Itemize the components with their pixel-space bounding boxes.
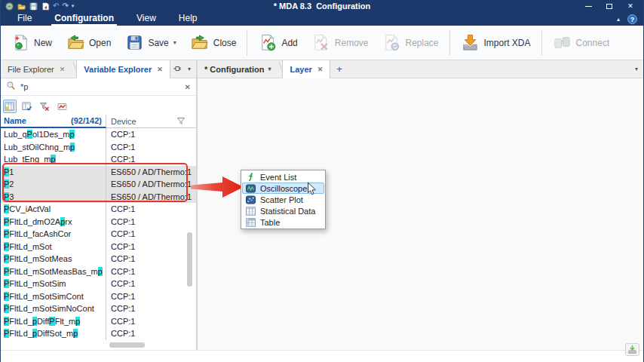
table-row[interactable]: PFltLd_pDiffPFlt_mpCCP:1 (1, 315, 196, 328)
tab-layer[interactable]: Layer ✕ (282, 60, 330, 78)
menu-item-label: Table (260, 218, 280, 227)
undo-icon[interactable]: ↶ (53, 2, 59, 10)
replace-instrument-icon (382, 33, 401, 53)
grid-highlight-icon[interactable] (3, 100, 17, 113)
match-highlight: P (4, 267, 9, 276)
open-folder-icon[interactable] (17, 2, 26, 11)
import-notification-icon[interactable] (625, 343, 639, 359)
device-cell: CCP:1 (106, 128, 196, 141)
close-config-icon (190, 33, 210, 53)
variable-name-cell: PFltLd_mSot (1, 241, 106, 253)
right-tab-bar: * Configuration ▾ Layer ✕ + ▾ (198, 60, 643, 78)
menu-configuration[interactable]: Configuration (51, 13, 117, 26)
maximize-button[interactable] (605, 2, 614, 11)
pin-icon[interactable] (173, 65, 182, 74)
variable-name-cell: PFltLd_mSotSimNoCont (1, 302, 106, 315)
remove-instrument-icon (311, 33, 331, 53)
close-button[interactable]: ✕ (626, 2, 635, 11)
table-row[interactable]: P1ES650 / AD/Thermo:1 (1, 166, 196, 179)
column-header-name[interactable]: Name (92/142) (1, 115, 106, 128)
customize-caret-icon[interactable]: ▾ (72, 3, 75, 9)
table-row[interactable]: PFltLd_dmO2AprxCCP:1 (1, 216, 196, 229)
table-row[interactable]: Lub_stOilChng_mpCCP:1 (1, 141, 196, 154)
filter-funnel-icon[interactable] (176, 117, 186, 125)
device-cell: CCP:1 (106, 153, 196, 166)
collapse-ribbon-icon[interactable]: ▴ (617, 17, 620, 23)
menu-item-event-list[interactable]: Event List (242, 171, 324, 183)
export-doc-icon[interactable] (41, 2, 50, 11)
variable-count: (92/142) (71, 116, 106, 125)
table-row[interactable]: PFltLd_mSotMeasBas_mpCCP:1 (1, 265, 196, 278)
table-row[interactable]: P2ES650 / AD/Thermo:1 (1, 178, 196, 191)
table-row[interactable]: PFltLd_mSotMeasCCP:1 (1, 253, 196, 265)
close-icon[interactable]: ✕ (157, 66, 163, 73)
variable-name-cell: Lub_stOilChng_mp (1, 141, 106, 154)
toolbar-button-new[interactable]: New (4, 30, 59, 56)
search-input[interactable]: *p (20, 82, 180, 91)
table-row[interactable]: PFltLd_facAshCorCCP:1 (1, 228, 196, 241)
title-bar: ↶ ↷ ▾ * MDA 8.3 Configuration ✕ (1, 0, 643, 12)
device-cell: CCP:1 (106, 253, 196, 265)
device-cell: CCP:1 (106, 315, 196, 328)
menu-item-statistical-data[interactable]: Statistical Data (242, 205, 324, 216)
table-row[interactable]: PCV_iActValCCP:1 (1, 203, 196, 216)
mini-chart-icon[interactable] (55, 100, 69, 113)
save-icon[interactable] (29, 2, 38, 11)
help-icon[interactable]: ? (627, 14, 637, 24)
window-title: * MDA 8.3 Configuration (1, 2, 643, 11)
chevron-down-icon[interactable]: ▾ (268, 66, 271, 72)
tab-variable-explorer[interactable]: Variable Explorer ✕ (76, 60, 170, 78)
table-row[interactable]: PFltLd_mSotSimCCP:1 (1, 278, 196, 290)
toolbar-button-open[interactable]: Open (59, 30, 118, 56)
match-highlight: P (4, 229, 9, 238)
variable-list-toolbar (1, 98, 196, 115)
menu-file[interactable]: File (14, 13, 35, 26)
table-row[interactable]: Lub_tEng_mpCCP:1 (1, 153, 196, 166)
table-row[interactable]: PFltLd_mSotSimNoContCCP:1 (1, 302, 196, 315)
redo-icon[interactable]: ↷ (62, 2, 68, 10)
variable-name-cell: PFltLd_mSotMeas (1, 253, 106, 265)
minimize-button[interactable] (584, 2, 593, 11)
toolbar-button-save[interactable]: Save▾ (118, 30, 182, 56)
grid-check-icon[interactable] (20, 100, 34, 113)
variable-name-cell: PCV_iActVal (1, 203, 106, 216)
match-highlight: P (4, 254, 9, 263)
table-row[interactable]: P3ES650 / AD/Thermo:1 (1, 191, 196, 204)
menu-help[interactable]: Help (176, 13, 201, 26)
grid-header: Name (92/142) Device (1, 115, 196, 128)
new-tab-button[interactable]: + (330, 60, 348, 78)
match-highlight: P (49, 317, 54, 326)
app-logo-icon[interactable] (5, 2, 14, 11)
chevron-down-icon[interactable]: ▾ (188, 66, 191, 72)
table-row[interactable]: PFltLd_mSotSimContCCP:1 (1, 290, 196, 303)
variable-name-cell: PFltLd_mSotMeasBas_mp (1, 265, 106, 278)
variable-rows: Lub_qPol1Des_mpCCP:1Lub_stOilChng_mpCCP:… (1, 128, 196, 350)
toolbar-button-import-xda[interactable]: Import XDA (454, 30, 538, 56)
variable-name-cell: PFltLd_pDiffSot_mp (1, 327, 106, 340)
match-highlight: P (4, 292, 9, 301)
clear-search-icon[interactable]: ✕ (185, 83, 191, 91)
scatter-plot-icon (246, 195, 256, 204)
device-cell: ES650 / AD/Thermo:1 (106, 178, 196, 191)
device-cell: CCP:1 (106, 290, 196, 303)
toolbar-separator (449, 30, 450, 56)
table-row[interactable]: Lub_qPol1Des_mpCCP:1 (1, 128, 196, 141)
table-row[interactable]: PFltLd_pDiffSot_mpCCP:1 (1, 327, 196, 340)
tab-file-explorer[interactable]: File Explorer ✕ (1, 60, 72, 78)
menu-item-table[interactable]: Table (242, 216, 324, 228)
tab-configuration[interactable]: * Configuration ▾ (198, 60, 278, 78)
table-row[interactable]: PFltLd_mSotCCP:1 (1, 241, 196, 253)
toolbar-button-close[interactable]: Close (183, 30, 244, 56)
menu-view[interactable]: View (133, 13, 159, 26)
match-highlight: P (4, 317, 9, 326)
column-header-device[interactable]: Device (106, 115, 196, 128)
variable-explorer-panel: File Explorer ✕ Variable Explorer ✕ ▾ *p… (1, 60, 198, 350)
tab-overflow-icon[interactable]: ▾ (635, 66, 638, 72)
search-bar[interactable]: *p ✕ (1, 78, 196, 96)
filter-remove-icon[interactable] (38, 100, 51, 113)
toolbar-button-add[interactable]: Add (251, 30, 304, 56)
close-icon[interactable]: ✕ (317, 66, 324, 73)
match-highlight: P (4, 242, 9, 251)
close-icon[interactable]: ✕ (60, 66, 66, 73)
chevron-down-icon[interactable]: ▾ (173, 39, 176, 46)
